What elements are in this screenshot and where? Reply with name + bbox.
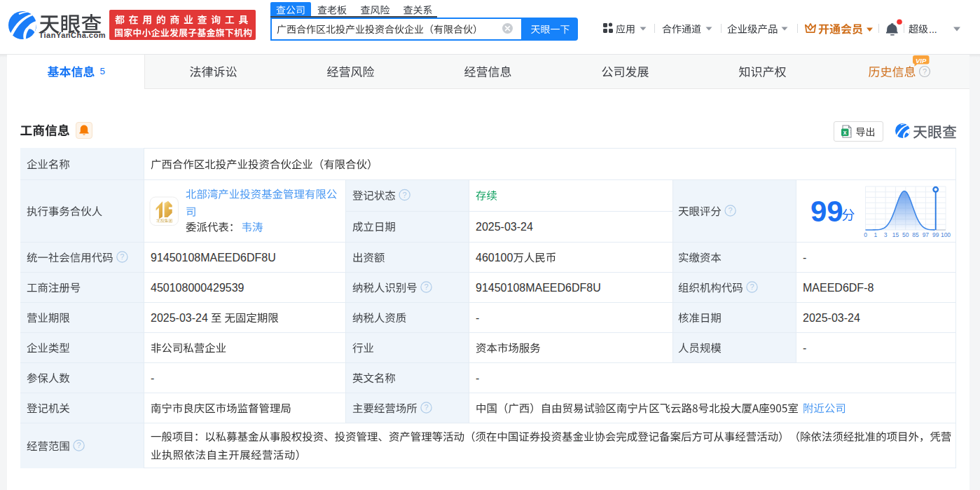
svg-text:?: ? xyxy=(403,191,407,199)
svg-text:-: - xyxy=(476,372,479,384)
svg-text:2025-03-24: 2025-03-24 xyxy=(803,312,860,324)
svg-text:99: 99 xyxy=(810,195,843,228)
svg-text:85: 85 xyxy=(912,231,919,238)
svg-text:91450108MAEED6DF8U: 91450108MAEED6DF8U xyxy=(151,252,276,264)
svg-text:-: - xyxy=(151,372,154,384)
svg-text:TianYanCha.com: TianYanCha.com xyxy=(39,31,106,39)
svg-text:50: 50 xyxy=(902,231,909,238)
svg-text:2025-03-24: 2025-03-24 xyxy=(151,312,208,324)
svg-text:91450108MAEED6DF8U: 91450108MAEED6DF8U xyxy=(476,282,601,294)
svg-text:100: 100 xyxy=(941,231,951,238)
svg-text:97: 97 xyxy=(923,231,930,238)
svg-text:?: ? xyxy=(923,67,927,76)
svg-text:-: - xyxy=(476,312,479,324)
svg-text:?: ? xyxy=(120,252,124,261)
svg-text:MAEED6DF-8: MAEED6DF-8 xyxy=(803,282,874,294)
svg-text:2025-03-24: 2025-03-24 xyxy=(476,221,533,233)
svg-text:VIP: VIP xyxy=(916,57,927,64)
svg-text:460100: 460100 xyxy=(476,252,513,264)
svg-text:-: - xyxy=(803,252,806,264)
svg-text:-: - xyxy=(803,342,806,354)
svg-text:5: 5 xyxy=(100,66,106,76)
svg-text:3: 3 xyxy=(884,231,888,238)
svg-text:?: ? xyxy=(424,283,428,291)
svg-text:?: ? xyxy=(77,441,81,449)
svg-text:1: 1 xyxy=(874,231,877,238)
svg-text:x: x xyxy=(843,129,847,136)
svg-text:?: ? xyxy=(424,403,428,411)
svg-text:?: ? xyxy=(750,283,754,291)
svg-text:99: 99 xyxy=(932,231,939,238)
svg-text:...: ... xyxy=(929,24,937,35)
svg-text:?: ? xyxy=(729,206,733,215)
svg-text:0: 0 xyxy=(864,231,867,238)
svg-text:450108000429539: 450108000429539 xyxy=(151,282,244,294)
svg-text:15: 15 xyxy=(892,231,899,238)
